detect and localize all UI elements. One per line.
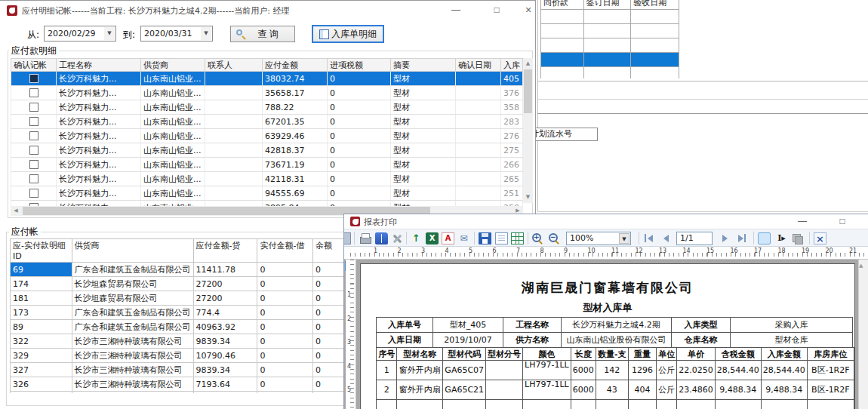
confirm-checkbox[interactable] xyxy=(29,146,38,155)
confirm-cell[interactable] xyxy=(11,86,57,100)
contract-table[interactable]: 同价款签订日期验收日期 xyxy=(540,0,679,78)
id-cell[interactable]: 174 xyxy=(11,277,72,291)
export-data-grid-icon[interactable] xyxy=(511,232,524,244)
prev-page-icon[interactable] xyxy=(660,233,673,244)
balance-cell[interactable] xyxy=(313,392,344,394)
inbound-id-cell[interactable]: 376 xyxy=(501,86,523,100)
supplier-cell[interactable]: 长沙市三湘特种玻璃有限公司 xyxy=(72,334,193,349)
inbound-id-cell[interactable]: 405 xyxy=(501,72,523,86)
column-header[interactable]: 工程名称 xyxy=(57,59,141,72)
id-cell[interactable]: 329 xyxy=(11,349,72,363)
table-row[interactable]: 长沙万科魅力...山东南山铝业...42118.310型材265 xyxy=(11,172,523,186)
tax-cell[interactable]: 0 xyxy=(328,72,391,86)
table-row[interactable] xyxy=(541,67,679,79)
balance-cell[interactable]: 0 xyxy=(313,291,344,306)
project-cell[interactable]: 长沙万科魅力... xyxy=(57,72,141,86)
cell[interactable] xyxy=(541,10,584,24)
debit-cell[interactable]: 0 xyxy=(257,277,313,291)
confirm-cell[interactable] xyxy=(11,115,57,129)
project-cell[interactable]: 长沙万科魅力... xyxy=(57,143,141,158)
confirm-cell[interactable] xyxy=(11,201,57,207)
save-icon[interactable] xyxy=(479,232,491,244)
confirm-date-cell[interactable] xyxy=(456,115,501,129)
credit-cell[interactable]: 7193.64 xyxy=(193,377,257,392)
project-cell[interactable]: 长沙万科魅力... xyxy=(57,158,141,172)
export-excel-icon[interactable]: X xyxy=(426,232,439,244)
chevron-down-icon[interactable]: ▼ xyxy=(104,27,115,40)
tax-cell[interactable]: 0 xyxy=(328,115,391,129)
confirm-date-cell[interactable] xyxy=(456,158,501,172)
confirm-cell[interactable] xyxy=(11,158,57,172)
table-row[interactable]: 长沙万科魅力...山东南山铝业...73671.190型材266 xyxy=(11,158,523,172)
supplier-cell[interactable]: 山东南山铝业... xyxy=(141,86,205,100)
cell[interactable] xyxy=(583,24,631,38)
column-header[interactable]: 应付金额 xyxy=(263,59,328,72)
summary-cell[interactable]: 型材 xyxy=(391,158,456,172)
project-cell[interactable]: 长沙万科魅力... xyxy=(57,172,141,186)
table-row[interactable]: 长沙市三湘特种玻璃有限公司 xyxy=(11,392,344,394)
id-cell[interactable]: 322 xyxy=(11,334,72,349)
minimize-button[interactable]: — xyxy=(793,214,811,228)
tax-cell[interactable]: 0 xyxy=(328,158,391,172)
table-row[interactable] xyxy=(541,24,679,38)
amount-cell[interactable]: 3895.84 xyxy=(263,201,328,207)
contact-cell[interactable] xyxy=(205,172,263,186)
id-cell[interactable]: 327 xyxy=(11,363,72,377)
summary-cell[interactable]: 型材 xyxy=(391,129,456,143)
supplier-cell[interactable]: 山东南山铝业... xyxy=(141,201,205,207)
zoom-in-icon[interactable]: + xyxy=(531,232,544,244)
query-button[interactable]: 查 询 xyxy=(230,26,295,42)
column-header[interactable]: 确认记帐 xyxy=(11,59,57,72)
confirm-date-cell[interactable] xyxy=(456,186,501,201)
table-row[interactable]: 长沙万科魅力...山东南山铝业...63929.460型材276 xyxy=(11,129,523,143)
column-header[interactable]: 余额 xyxy=(313,239,344,263)
tax-cell[interactable]: 0 xyxy=(328,186,391,201)
contact-cell[interactable] xyxy=(205,201,263,207)
credit-cell[interactable]: 27200 xyxy=(193,291,257,306)
detail-header-row[interactable]: 确认记帐工程名称供货商联系人应付金额进项税额摘要确认日期入库 xyxy=(11,59,523,72)
supplier-cell[interactable]: 山东南山铝业... xyxy=(141,100,205,115)
cell[interactable] xyxy=(631,53,679,67)
copy-tool-icon[interactable] xyxy=(791,232,804,244)
credit-cell[interactable]: 774.4 xyxy=(193,306,257,320)
debit-cell[interactable]: 0 xyxy=(257,349,313,363)
payables-grid[interactable]: 应-实付款明细ID供货商应付金额-贷实付金额-借余额 69广东合和建筑五金制品有… xyxy=(10,238,344,393)
project-cell[interactable]: 长沙万科魅力... xyxy=(57,100,141,115)
confirm-cell[interactable] xyxy=(11,72,57,86)
id-cell[interactable]: 69 xyxy=(11,263,72,277)
next-page-icon[interactable] xyxy=(719,233,732,244)
cell[interactable] xyxy=(631,10,679,24)
confirm-cell[interactable] xyxy=(11,100,57,115)
table-row[interactable]: 326长沙市三湘特种玻璃有限公司7193.6400 xyxy=(11,377,344,392)
supplier-cell[interactable]: 广东合和建筑五金制品有限公司 xyxy=(72,306,193,320)
debit-cell[interactable]: 0 xyxy=(257,334,313,349)
column-header[interactable]: 确认日期 xyxy=(456,59,501,72)
table-row[interactable]: 173广东合和建筑五金制品有限公司774.400 xyxy=(11,306,344,320)
amount-cell[interactable]: 63929.46 xyxy=(263,129,328,143)
inbound-id-cell[interactable]: 358 xyxy=(501,100,523,115)
contact-cell[interactable] xyxy=(205,115,263,129)
supplier-cell[interactable]: 山东南山铝业... xyxy=(141,172,205,186)
contact-cell[interactable] xyxy=(205,186,263,201)
balance-cell[interactable]: 0 xyxy=(313,334,344,349)
table-row[interactable] xyxy=(541,53,679,67)
confirm-date-cell[interactable] xyxy=(456,100,501,115)
page-number-input[interactable]: 1/1 xyxy=(676,232,713,245)
detail-vertical-scrollbar[interactable]: ▲ ▼ xyxy=(523,58,533,203)
table-row[interactable] xyxy=(541,10,679,24)
tax-cell[interactable]: 0 xyxy=(328,143,391,158)
inbound-id-cell[interactable]: 266 xyxy=(501,158,523,172)
project-cell[interactable]: 长沙万科魅力... xyxy=(57,86,141,100)
supplier-cell[interactable]: 山东南山铝业... xyxy=(141,72,205,86)
debit-cell[interactable]: 0 xyxy=(257,377,313,392)
supplier-cell[interactable]: 长沙市三湘特种玻璃有限公司 xyxy=(72,392,193,394)
id-cell[interactable] xyxy=(11,392,72,394)
table-row[interactable]: 长沙万科魅力...山东南山铝业...788.220型材358 xyxy=(11,100,523,115)
id-cell[interactable]: 181 xyxy=(11,291,72,306)
supplier-cell[interactable]: 山东南山铝业... xyxy=(141,186,205,201)
table-row[interactable]: 322长沙市三湘特种玻璃有限公司9839.3400 xyxy=(11,334,344,349)
cell[interactable] xyxy=(541,38,584,53)
supplier-cell[interactable]: 长沙坦森贸易有限公司 xyxy=(72,291,193,306)
debit-cell[interactable]: 0 xyxy=(257,291,313,306)
confirm-date-cell[interactable] xyxy=(456,86,501,100)
